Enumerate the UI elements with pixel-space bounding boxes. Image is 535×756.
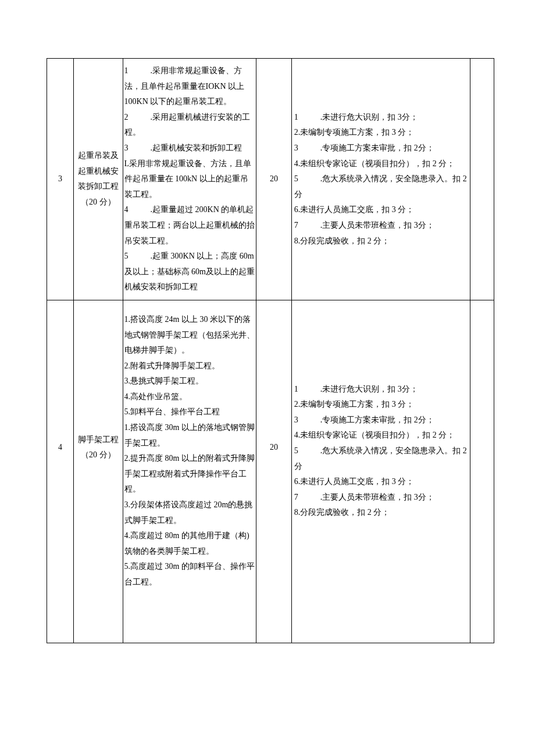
row-description: 1.采用非常规起重设备、方法，且单件起吊重量在IOKN 以上 100KN 以下的… xyxy=(123,59,256,300)
row-title: 起重吊装及起重机械安装拆卸工程（20 分） xyxy=(73,59,123,300)
row-score: 20 xyxy=(256,59,291,300)
row-index: 4 xyxy=(47,300,74,643)
row-description: 1.搭设高度 24m 以上 30 米以下的落地式钢管脚手架工程（包括采光井、电梯… xyxy=(123,300,256,643)
row-title: 脚手架工程（20 分） xyxy=(73,300,123,643)
row-blank xyxy=(470,300,494,643)
row-criteria: 1.未进行危大识别，扣 3分；2.未编制专项施工方案，扣 3 分；3.专项施工方… xyxy=(291,300,470,643)
assessment-table: 3 起重吊装及起重机械安装拆卸工程（20 分） 1.采用非常规起重设备、方法，且… xyxy=(47,58,494,643)
table-row: 4 脚手架工程（20 分） 1.搭设高度 24m 以上 30 米以下的落地式钢管… xyxy=(47,300,494,643)
row-blank xyxy=(470,59,494,300)
table-row: 3 起重吊装及起重机械安装拆卸工程（20 分） 1.采用非常规起重设备、方法，且… xyxy=(47,59,494,300)
row-criteria: 1.未进行危大识别，扣 3分；2.未编制专项施工方案，扣 3 分；3.专项施工方… xyxy=(291,59,470,300)
row-index: 3 xyxy=(47,59,74,300)
row-score: 20 xyxy=(256,300,291,643)
